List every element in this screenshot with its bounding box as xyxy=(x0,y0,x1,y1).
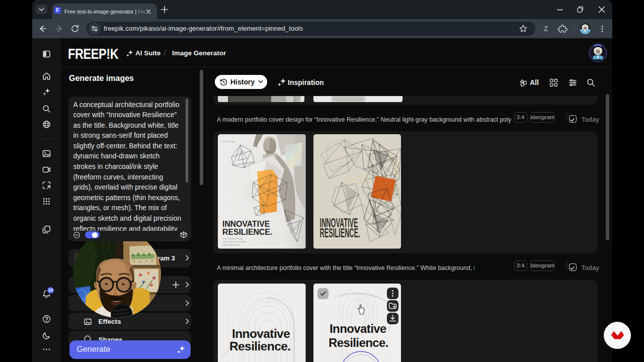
svg-text:RESILIENCE.: RESILIENCE. xyxy=(222,228,272,236)
svg-text:INNOVATIVE: INNOVATIVE xyxy=(222,220,270,228)
svg-text:Innovative: Innovative xyxy=(330,321,386,335)
svg-text:aedgoncele chend shensppnt,: aedgoncele chend shensppnt, xyxy=(222,241,247,243)
svg-text:Resilience.: Resilience. xyxy=(329,335,388,349)
svg-text:Resilience.: Resilience. xyxy=(229,339,290,352)
svg-text:FREEP!K: FREEP!K xyxy=(68,47,119,62)
svg-text:Ligh-Konngur'locuturet.: Ligh-Konngur'locuturet. xyxy=(222,244,241,246)
svg-text:EDITORIAL: EDITORIAL xyxy=(222,141,235,143)
svg-text:RESILIENCE.: RESILIENCE. xyxy=(319,225,360,240)
svg-text:Lasseth Portfolio Gertolly: Lasseth Portfolio Gertolly xyxy=(222,238,243,240)
svg-text:Innovative: Innovative xyxy=(232,327,290,340)
